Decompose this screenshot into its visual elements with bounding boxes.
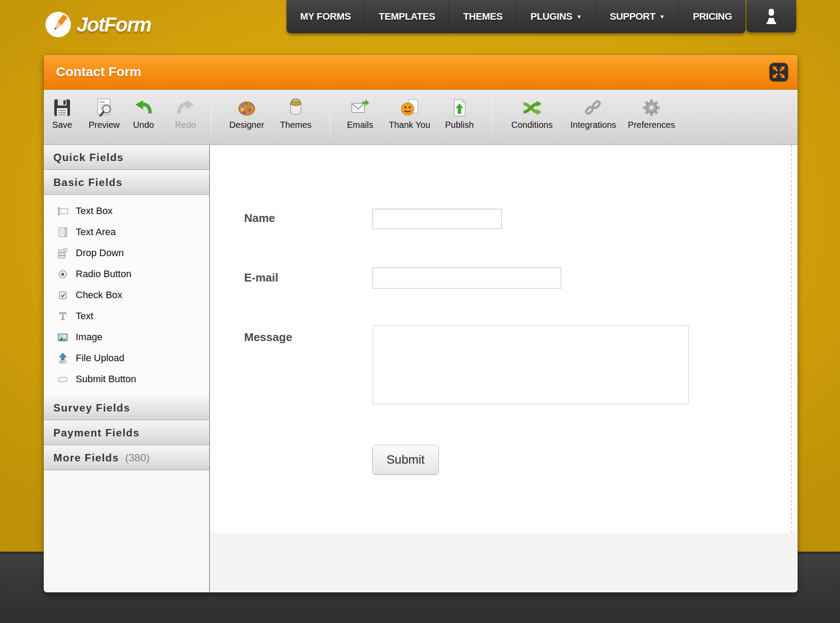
toolbar-label: Preferences [628, 120, 675, 130]
preview-icon [94, 98, 114, 118]
nav-my-forms[interactable]: MY FORMS [287, 0, 365, 33]
toolbar-label: Publish [445, 120, 474, 130]
preferences-icon [641, 98, 662, 118]
emails-icon [350, 98, 370, 118]
section-more-fields[interactable]: More Fields (380) [44, 445, 209, 470]
file-upload-icon [57, 352, 69, 364]
user-icon [762, 7, 781, 26]
section-quick-fields[interactable]: Quick Fields [44, 145, 209, 170]
builder-toolbar: Save Preview Undo [44, 90, 798, 145]
canvas-right-dashed-guide [791, 145, 792, 533]
jotform-logo[interactable]: JotForm [45, 11, 151, 39]
field-item-label: Text [76, 310, 93, 322]
toolbar-label: Preview [88, 120, 119, 130]
field-item-label: File Upload [76, 352, 124, 364]
field-item-text-box[interactable]: Text Box [44, 201, 209, 222]
themes-icon [286, 98, 306, 118]
redo-button[interactable]: Redo [175, 98, 196, 130]
designer-button[interactable]: Designer [229, 98, 264, 130]
integrations-icon [583, 98, 603, 118]
section-label: Quick Fields [53, 151, 124, 163]
section-label: Basic Fields [53, 176, 122, 188]
nav-label: PRICING [693, 11, 732, 22]
section-label: Payment Fields [53, 427, 140, 439]
toolbar-divider [492, 97, 492, 137]
conditions-icon [522, 98, 542, 118]
section-survey-fields[interactable]: Survey Fields [44, 395, 209, 420]
field-item-text[interactable]: T Text [44, 306, 209, 327]
undo-button[interactable]: Undo [133, 98, 154, 130]
themes-button[interactable]: Themes [280, 98, 312, 130]
publish-icon [449, 98, 469, 118]
basic-fields-list: Text Box Text Area [44, 195, 209, 395]
form-builder-panel: Contact Form [44, 55, 798, 592]
toolbar-divider [330, 97, 330, 137]
form-canvas: Name E-mail Message Submit [210, 145, 798, 592]
top-navigation: MY FORMS TEMPLATES THEMES PLUGINS ▼ SUPP… [287, 0, 746, 33]
builder-content: Quick Fields Basic Fields Text Box [44, 145, 798, 592]
field-item-image[interactable]: Image [44, 327, 209, 348]
text-icon: T [57, 310, 69, 322]
publish-button[interactable]: Publish [445, 98, 474, 130]
nav-label: PLUGINS [531, 11, 573, 22]
form-submit-button[interactable]: Submit [372, 445, 439, 475]
nav-label: MY FORMS [300, 11, 351, 22]
image-icon [57, 331, 69, 343]
toolbar-label: Conditions [511, 120, 553, 130]
drop-down-icon [57, 247, 69, 259]
account-menu-button[interactable] [746, 0, 796, 32]
nav-label: THEMES [463, 11, 503, 22]
text-area-icon [57, 226, 69, 238]
check-box-icon [57, 289, 69, 301]
email-input[interactable] [372, 268, 561, 289]
toolbar-label: Integrations [570, 120, 616, 130]
nav-templates[interactable]: TEMPLATES [365, 0, 449, 33]
nav-label: TEMPLATES [379, 11, 435, 22]
expand-fullscreen-icon[interactable] [769, 62, 789, 82]
toolbar-label: Designer [229, 120, 264, 130]
field-item-radio-button[interactable]: Radio Button [44, 264, 209, 285]
field-item-label: Check Box [76, 289, 122, 301]
thank-you-button[interactable]: Thank You [389, 98, 430, 130]
name-input[interactable] [372, 209, 502, 229]
toolbar-label: Themes [280, 120, 312, 130]
designer-icon [237, 98, 257, 118]
section-payment-fields[interactable]: Payment Fields [44, 420, 209, 445]
field-item-file-upload[interactable]: File Upload [44, 348, 209, 369]
preferences-button[interactable]: Preferences [628, 98, 675, 130]
radio-button-icon [57, 268, 69, 280]
form-title-bar: Contact Form [44, 55, 798, 90]
field-item-label: Text Box [76, 205, 112, 217]
section-label: More Fields [53, 452, 119, 464]
preview-button[interactable]: Preview [88, 98, 119, 130]
nav-support[interactable]: SUPPORT ▼ [596, 0, 679, 33]
field-item-label: Text Area [76, 226, 116, 238]
svg-text:T: T [60, 310, 66, 322]
field-item-check-box[interactable]: Check Box [44, 285, 209, 306]
form-title: Contact Form [56, 55, 141, 89]
nav-label: SUPPORT [610, 11, 655, 22]
field-item-text-area[interactable]: Text Area [44, 222, 209, 243]
field-item-label: Submit Button [76, 373, 136, 385]
submit-button-icon [57, 373, 69, 385]
field-item-submit-button[interactable]: Submit Button [44, 369, 209, 390]
save-button[interactable]: Save [52, 98, 72, 130]
field-item-drop-down[interactable]: Drop Down [44, 243, 209, 264]
more-fields-count: (380) [125, 452, 150, 464]
section-basic-fields[interactable]: Basic Fields [44, 170, 209, 195]
jotform-builder-screen: JotForm MY FORMS TEMPLATES THEMES PLUGIN… [0, 0, 840, 623]
text-box-icon [57, 205, 69, 217]
redo-icon [175, 98, 196, 118]
chevron-down-icon: ▼ [659, 14, 665, 20]
nav-themes[interactable]: THEMES [449, 0, 517, 33]
field-item-label: Drop Down [76, 247, 124, 259]
integrations-button[interactable]: Integrations [570, 98, 616, 130]
email-field-label: E-mail [244, 271, 278, 285]
field-item-label: Radio Button [76, 268, 131, 280]
undo-icon [133, 98, 154, 118]
emails-button[interactable]: Emails [347, 98, 373, 130]
message-textarea[interactable] [373, 325, 689, 404]
nav-pricing[interactable]: PRICING [679, 0, 746, 33]
conditions-button[interactable]: Conditions [511, 98, 553, 130]
nav-plugins[interactable]: PLUGINS ▼ [517, 0, 596, 33]
